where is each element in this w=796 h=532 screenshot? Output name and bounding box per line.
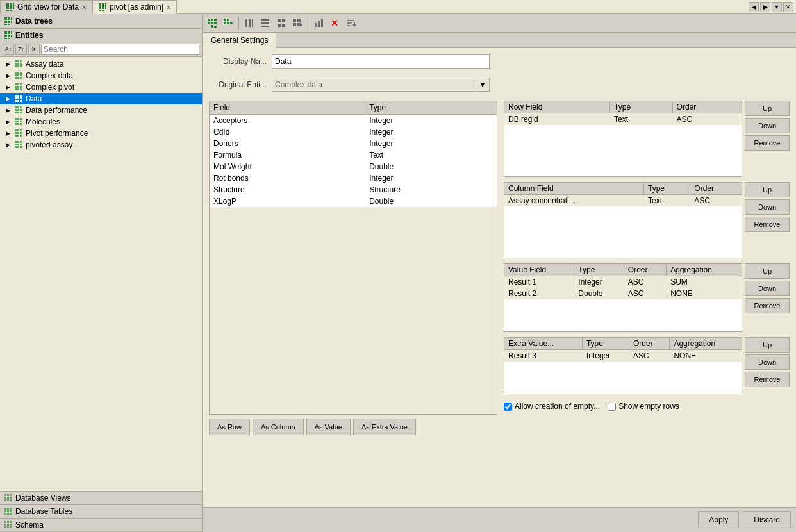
extra-up-btn[interactable]: Up: [745, 337, 790, 353]
sidebar-item-database-tables[interactable]: Database Tables: [0, 505, 202, 519]
sort-alpha-btn[interactable]: A↑: [3, 44, 14, 55]
col-down-btn[interactable]: Down: [745, 199, 790, 215]
tree-item-data-performance[interactable]: ▶ Data performance: [0, 104, 202, 116]
table-row[interactable]: DonorsInteger: [210, 138, 497, 149]
svg-rect-63: [17, 97, 19, 99]
svg-rect-19: [4, 21, 7, 23]
extra-remove-btn[interactable]: Remove: [745, 372, 790, 387]
table-row[interactable]: Rot bondsInteger: [210, 172, 497, 184]
table-row[interactable]: XLogPDouble: [210, 195, 497, 207]
extra-down-btn[interactable]: Down: [745, 354, 790, 370]
table-row[interactable]: Assay concentrati...TextASC: [504, 195, 742, 207]
expand-icon[interactable]: ▶: [4, 83, 12, 91]
row-up-btn[interactable]: Up: [745, 101, 790, 116]
display-name-input[interactable]: [272, 54, 490, 69]
tab-nav-down[interactable]: ▼: [772, 2, 782, 12]
svg-rect-150: [261, 22, 269, 24]
new-entity-btn[interactable]: [221, 16, 235, 30]
discard-btn[interactable]: Discard: [743, 511, 791, 528]
table-row[interactable]: FormulaText: [210, 149, 497, 161]
expand-icon[interactable]: ▶: [4, 106, 12, 114]
table-row[interactable]: AcceptorsInteger: [210, 115, 497, 127]
extra-btn[interactable]: [290, 16, 304, 30]
extra-icon: [292, 18, 303, 28]
tab-gridview-label: Grid view for Data: [17, 3, 79, 12]
new-tree-btn[interactable]: [205, 16, 219, 30]
column-field-panel: Column Field Type Order Assay concentrat…: [504, 182, 790, 258]
val-up-btn[interactable]: Up: [745, 263, 790, 279]
search-input[interactable]: [41, 44, 199, 55]
col-field-col: Column Field: [504, 183, 643, 195]
svg-rect-132: [211, 19, 213, 21]
database-tables-label: Database Tables: [15, 507, 72, 516]
tab-pivot-close[interactable]: ✕: [166, 4, 171, 11]
content-area: ✕ General Settings Display Na...: [203, 14, 796, 532]
table-row[interactable]: Result 3IntegerASCNONE: [504, 350, 742, 362]
row-down-btn[interactable]: Down: [745, 118, 790, 133]
expand-icon[interactable]: ▶: [4, 72, 12, 79]
tab-nav-close-all[interactable]: ✕: [783, 2, 793, 12]
apply-btn[interactable]: Apply: [698, 511, 739, 528]
as-value-btn[interactable]: As Value: [306, 419, 351, 435]
chart-btn[interactable]: [311, 16, 326, 30]
expand-icon[interactable]: ▶: [4, 129, 12, 137]
svg-rect-91: [20, 132, 22, 134]
svg-rect-136: [214, 22, 217, 24]
svg-rect-41: [15, 72, 17, 74]
row-remove-btn[interactable]: Remove: [745, 135, 790, 151]
expand-icon[interactable]: ▶: [4, 95, 12, 103]
svg-rect-73: [20, 109, 22, 111]
table-row[interactable]: DB regidTextASC: [504, 113, 742, 126]
table-row[interactable]: Result 2DoubleASCNONE: [504, 288, 742, 299]
expand-icon[interactable]: ▶: [4, 60, 12, 68]
col-remove-btn[interactable]: Remove: [745, 217, 790, 232]
sort-alpha-desc-btn[interactable]: Z↑: [15, 44, 27, 55]
sidebar-item-database-views[interactable]: Database Views: [0, 492, 202, 505]
as-extra-value-btn[interactable]: As Extra Value: [353, 419, 416, 435]
value-btn[interactable]: [274, 16, 288, 30]
expand-icon[interactable]: ▶: [4, 118, 12, 126]
tab-nav-left[interactable]: ◀: [749, 2, 759, 12]
as-column-btn[interactable]: As Column: [253, 419, 304, 435]
tab-nav-right[interactable]: ▶: [760, 2, 770, 12]
expand-icon[interactable]: ▶: [4, 141, 12, 149]
tab-gridview-close[interactable]: ✕: [81, 4, 87, 11]
tab-general-settings[interactable]: General Settings: [203, 33, 276, 48]
sep1: [238, 17, 239, 29]
svg-rect-111: [7, 499, 9, 501]
main-layout: Data trees Entities A↑ Z↑ ✕: [0, 14, 796, 532]
clear-filter-btn[interactable]: ✕: [28, 44, 40, 55]
tree-item-complex-pivot[interactable]: ▶ Complex pivot: [0, 81, 202, 93]
tree-item-complex-data[interactable]: ▶ Complex data: [0, 70, 202, 81]
tree-item-pivoted-assay[interactable]: ▶ pivoted assay: [0, 139, 202, 151]
show-empty-checkbox[interactable]: [608, 403, 616, 411]
tree-item-molecules[interactable]: ▶ Molecules: [0, 116, 202, 128]
table-row[interactable]: Result 1IntegerASCSUM: [504, 276, 742, 288]
tree-item-pivot-performance[interactable]: ▶ Pivot performance: [0, 128, 202, 139]
sort-btn[interactable]: [344, 16, 358, 30]
val-down-btn[interactable]: Down: [745, 281, 790, 296]
svg-rect-23: [8, 24, 10, 25]
tree-item-assay-data[interactable]: ▶ Assay data: [0, 58, 202, 70]
table-row[interactable]: StructureStructure: [210, 184, 497, 195]
tab-gridview[interactable]: Grid view for Data ✕: [0, 0, 92, 14]
tab-pivot[interactable]: pivot [as admin] ✕: [92, 0, 177, 14]
delete-col-btn[interactable]: ✕: [328, 16, 342, 30]
tree-item-data[interactable]: ▶ Data: [0, 93, 202, 104]
original-entity-dropdown[interactable]: ▼: [476, 78, 490, 92]
val-remove-btn[interactable]: Remove: [745, 298, 790, 313]
table-row[interactable]: Mol WeightDouble: [210, 161, 497, 172]
allow-empty-checkbox[interactable]: [504, 403, 512, 411]
row-btn[interactable]: [258, 16, 272, 30]
sidebar-item-schema[interactable]: Schema: [0, 519, 202, 532]
data-performance-label: Data performance: [26, 106, 87, 115]
svg-rect-50: [15, 83, 17, 85]
col-btn[interactable]: [242, 16, 256, 30]
table-row[interactable]: CdIdInteger: [210, 126, 497, 138]
svg-rect-37: [20, 63, 22, 65]
col-up-btn[interactable]: Up: [745, 182, 790, 197]
svg-rect-15: [102, 10, 104, 11]
as-row-btn[interactable]: As Row: [209, 419, 250, 435]
pivot-performance-icon: [14, 129, 23, 138]
svg-rect-162: [315, 23, 317, 27]
